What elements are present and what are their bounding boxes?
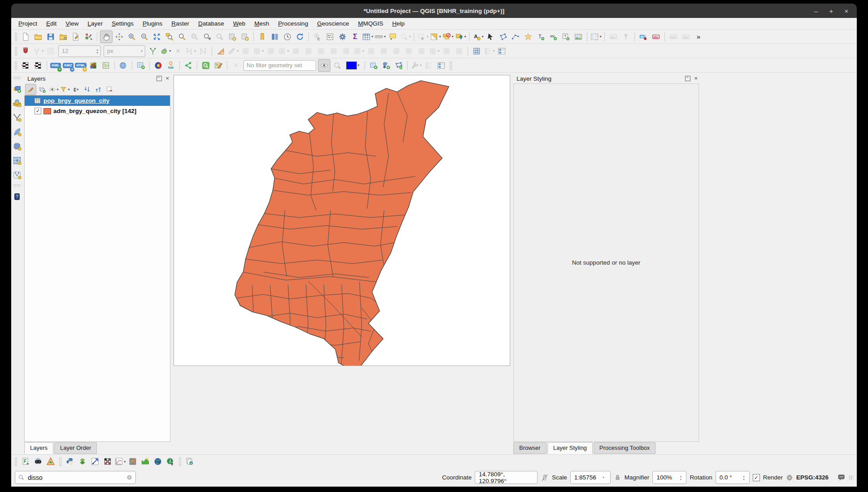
text-annotation-icon[interactable] [535, 31, 547, 43]
plugin-delta-icon[interactable] [45, 456, 56, 467]
magnifier-spinner[interactable]: 100%▴▾ [652, 471, 686, 484]
layer-item-adm[interactable]: ✓ adm_brgy_quezon_city [142] [25, 106, 170, 116]
processing-toolbox-icon[interactable] [337, 31, 348, 43]
maximize-button[interactable]: + [827, 7, 835, 15]
menu-geoscience[interactable]: Geoscience [312, 19, 353, 28]
zoom-native-resolution-icon[interactable] [189, 31, 200, 43]
export-kmz-icon[interactable]: KMZ+ [62, 60, 74, 71]
show-statistics-icon[interactable]: Σ [349, 31, 361, 43]
add-circle-filter-icon[interactable] [380, 60, 392, 71]
menu-view[interactable]: View [61, 19, 83, 28]
merge-features-icon[interactable]: ▾ [428, 45, 440, 57]
select-features-icon[interactable]: ▾ [417, 31, 429, 43]
digitize-with-segment-icon[interactable]: ▾ [252, 45, 264, 57]
plugin-geopackage-icon[interactable] [11, 97, 23, 109]
highlight-labels-icon[interactable] [650, 31, 662, 43]
layer-diagram-icon[interactable] [620, 31, 632, 43]
add-rectangle-filter-icon[interactable] [368, 60, 379, 71]
filter-legend-icon[interactable]: ▾ [60, 84, 70, 95]
raster-style-tool-icon[interactable] [87, 60, 99, 71]
deselect-features-icon[interactable]: ▾ [442, 31, 454, 43]
select-by-location-icon[interactable]: ▾ [455, 31, 466, 43]
data-source-manager-icon[interactable] [11, 83, 23, 95]
new-spatial-bookmark-icon[interactable] [256, 31, 268, 43]
plugin-quickmapservices-icon[interactable] [77, 456, 88, 467]
snapping-tolerance[interactable]: 12▴▾ [58, 45, 101, 57]
temporal-controller-icon[interactable] [282, 31, 293, 43]
trim-extend-icon[interactable] [453, 45, 465, 57]
layer-item-pop[interactable]: pop_brgy_quezon_city [25, 96, 170, 106]
open-layer-styling-icon[interactable] [25, 84, 36, 95]
identify-features-icon[interactable] [312, 31, 323, 43]
qhub-plugin-icon[interactable] [165, 60, 177, 71]
zoom-next-icon[interactable] [214, 31, 226, 43]
plugin-vector-graph-icon[interactable] [11, 112, 23, 123]
plugin-field-doc-icon[interactable] [20, 456, 31, 467]
advanced-digitizing-panel-icon[interactable] [471, 45, 482, 57]
toolbar-grip[interactable] [14, 47, 17, 56]
map-canvas[interactable] [174, 75, 510, 366]
geometry-checker-icon[interactable] [197, 45, 209, 57]
collapse-all-icon[interactable] [93, 84, 104, 95]
zoom-to-layer-icon[interactable] [176, 31, 188, 43]
geometry-filter-input[interactable] [243, 60, 316, 71]
menu-layer[interactable]: Layer [83, 19, 107, 28]
move-feature-icon[interactable]: ▾ [278, 45, 289, 57]
crs-status[interactable]: EPSG:4326 [796, 474, 829, 481]
new-project-icon[interactable] [20, 31, 31, 43]
modify-annotation-icon[interactable] [485, 31, 496, 43]
scale-combo[interactable]: 1:85756▾ [570, 471, 611, 484]
float-panel-icon[interactable] [685, 76, 690, 81]
show-filter-geometry-icon[interactable] [318, 59, 330, 72]
menu-settings[interactable]: Settings [107, 19, 138, 28]
delete-part-icon[interactable] [378, 45, 390, 57]
toolbar-grip[interactable] [14, 61, 17, 70]
add-polygon-filter-icon[interactable] [393, 60, 404, 71]
locator-input[interactable] [27, 474, 124, 482]
toolbar-grip[interactable] [178, 457, 182, 466]
statistical-summary-icon[interactable] [324, 31, 336, 43]
plugin-profile-tool-icon[interactable] [89, 456, 101, 467]
vertex-tool-icon[interactable] [441, 45, 452, 57]
show-bookmarks-icon[interactable] [269, 31, 281, 43]
tab-processing-toolbox[interactable]: Processing Toolbox [594, 442, 656, 454]
fill-ring-icon[interactable]: ▾ [353, 45, 365, 57]
layer-styling-panel-icon[interactable]: ▾ [590, 31, 602, 43]
simplify-feature-icon[interactable] [315, 45, 327, 57]
float-panel-icon[interactable] [156, 76, 162, 81]
line-annotation-icon[interactable] [510, 31, 521, 43]
plugin-mesh-grid-icon[interactable] [11, 155, 23, 166]
filter-by-expression-icon[interactable]: ε▾ [71, 84, 81, 95]
save-project-icon[interactable] [45, 31, 56, 43]
extents-icon[interactable] [541, 474, 549, 482]
tab-layer-styling[interactable]: Layer Styling [547, 442, 593, 454]
html-annotation-icon[interactable] [547, 31, 559, 43]
zoom-to-selection-icon[interactable] [164, 31, 175, 43]
cad-tools-icon[interactable] [215, 45, 226, 57]
resize-grip[interactable] [849, 475, 853, 480]
render-checkbox[interactable]: ✓ [753, 474, 760, 481]
digitizing-options-icon[interactable]: ▾ [483, 45, 495, 57]
messages-icon[interactable] [837, 473, 846, 482]
plugin-terrain-icon[interactable] [139, 456, 151, 467]
toggle-editing-icon[interactable]: ▾ [227, 45, 239, 57]
quick-osm-icon[interactable] [213, 60, 224, 71]
reclassify-raster-icon[interactable] [32, 60, 44, 71]
plugin-search-globe-icon[interactable] [32, 456, 44, 467]
plugin-data-plotly-icon[interactable]: ▾ [114, 456, 126, 467]
filter-panel-icon[interactable] [435, 60, 447, 71]
toolbar-grip[interactable] [13, 184, 21, 187]
copy-move-feature-icon[interactable] [290, 45, 302, 57]
plugin-checker-icon[interactable] [184, 456, 195, 467]
remove-duplicate-vertices-icon[interactable]: × [172, 45, 184, 57]
filter-color[interactable]: ▾ [344, 60, 362, 71]
plugin-globe-view-icon[interactable] [152, 456, 164, 467]
zoom-out-icon[interactable] [139, 31, 150, 43]
menu-plugins[interactable]: Plugins [138, 19, 167, 28]
polygon-annotation-icon[interactable] [497, 31, 509, 43]
add-group-icon[interactable] [37, 84, 48, 95]
enable-snapping-icon[interactable] [20, 45, 31, 57]
snapping-type-icon[interactable]: ▾ [32, 45, 44, 57]
menu-project[interactable]: Project [14, 19, 42, 28]
layer-visibility-checkbox[interactable]: ✓ [35, 108, 41, 114]
